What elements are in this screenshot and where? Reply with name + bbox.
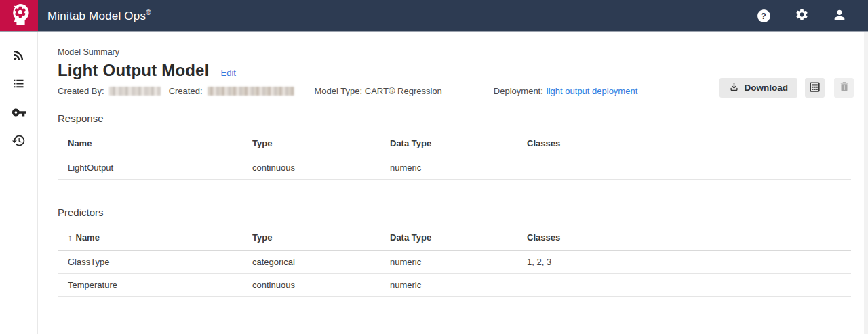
- delete-model-button[interactable]: [834, 78, 854, 98]
- edit-link[interactable]: Edit: [221, 68, 236, 78]
- created-label: Created:: [169, 86, 203, 96]
- help-icon: ?: [757, 9, 770, 22]
- main-content: Model Summary Light Output Model Edit Cr…: [38, 31, 864, 334]
- head-gear-icon: [7, 1, 31, 30]
- predictor-name-cell: Temperature: [58, 274, 252, 297]
- top-bar: Minitab Model Ops® ?: [0, 0, 868, 31]
- minitab-logo[interactable]: [0, 0, 38, 31]
- history-icon: [12, 133, 26, 150]
- download-icon: [729, 82, 739, 94]
- column-header-classes[interactable]: Classes: [527, 130, 851, 156]
- download-button-label: Download: [745, 83, 789, 93]
- column-header-name-label: Name: [76, 232, 100, 243]
- deployment-label: Deployment:: [494, 86, 543, 96]
- deployment-link[interactable]: light output deployment: [547, 86, 637, 96]
- list-icon: [12, 77, 26, 93]
- help-button[interactable]: ?: [755, 7, 772, 24]
- trash-icon: [838, 81, 850, 95]
- predictor-type-cell: categorical: [252, 251, 390, 274]
- created-by-redacted-value: [109, 87, 161, 96]
- gear-icon: [795, 7, 809, 24]
- registered-mark: ®: [146, 9, 151, 16]
- model-type-value: CART® Regression: [365, 86, 442, 96]
- table-grid-icon: [808, 81, 821, 96]
- response-name-cell: LightOutput: [58, 156, 252, 180]
- model-type-label: Model Type:: [315, 86, 363, 96]
- column-header-classes[interactable]: Classes: [527, 224, 851, 251]
- download-button[interactable]: Download: [719, 78, 798, 98]
- settings-button[interactable]: [793, 7, 810, 24]
- predictors-section: Predictors ↑Name Type Data Type Classes …: [58, 207, 851, 297]
- created: Created:: [169, 86, 294, 96]
- sidebar-item-history[interactable]: [11, 134, 27, 149]
- deployment: Deployment:light output deployment: [494, 86, 637, 96]
- predictor-data-type-cell: numeric: [390, 274, 527, 297]
- response-classes-cell: [527, 156, 851, 180]
- created-by: Created By:: [58, 86, 161, 96]
- predictors-header-row: ↑Name Type Data Type Classes: [58, 224, 851, 251]
- app-title: Minitab Model Ops®: [47, 9, 151, 23]
- predictors-table: ↑Name Type Data Type Classes GlassType c…: [58, 224, 851, 297]
- column-header-name[interactable]: Name: [58, 130, 252, 156]
- response-section: Response Name Type Data Type Classes Lig…: [58, 112, 851, 180]
- column-header-type[interactable]: Type: [252, 224, 390, 251]
- created-redacted-value: [208, 87, 294, 96]
- left-sidebar: [0, 31, 38, 334]
- vertical-scrollbar[interactable]: [864, 31, 868, 334]
- created-by-label: Created By:: [58, 86, 104, 96]
- table-row: LightOutput continuous numeric: [58, 156, 851, 180]
- table-row: Temperature continuous numeric: [58, 274, 851, 297]
- sidebar-item-feed[interactable]: [11, 49, 27, 64]
- topbar-actions: ?: [755, 7, 868, 24]
- title-row: Light Output Model Edit: [58, 61, 851, 80]
- feed-icon: [12, 48, 26, 64]
- column-header-data-type[interactable]: Data Type: [390, 130, 527, 156]
- sidebar-item-models-list[interactable]: [11, 77, 27, 92]
- response-section-title: Response: [58, 112, 851, 124]
- response-data-type-cell: numeric: [390, 156, 527, 180]
- column-header-name-sorted[interactable]: ↑Name: [58, 224, 252, 251]
- results-table-button[interactable]: [805, 78, 825, 98]
- predictor-data-type-cell: numeric: [390, 251, 527, 274]
- predictor-type-cell: continuous: [252, 274, 390, 297]
- column-header-type[interactable]: Type: [252, 130, 390, 156]
- page-title: Light Output Model: [58, 61, 210, 80]
- predictor-name-cell: GlassType: [58, 251, 252, 274]
- table-row: GlassType categorical numeric 1, 2, 3: [58, 251, 851, 274]
- model-type: Model Type: CART® Regression: [315, 86, 442, 96]
- response-table: Name Type Data Type Classes LightOutput …: [58, 130, 851, 180]
- key-icon: [12, 105, 26, 122]
- column-header-data-type[interactable]: Data Type: [390, 224, 527, 251]
- header-actions: Download: [719, 78, 854, 98]
- breadcrumb: Model Summary: [58, 47, 851, 57]
- sort-ascending-icon: ↑: [68, 232, 73, 243]
- sidebar-item-api-keys[interactable]: [11, 106, 27, 121]
- predictors-section-title: Predictors: [58, 207, 851, 218]
- response-type-cell: continuous: [252, 156, 390, 180]
- predictor-classes-cell: [527, 274, 851, 297]
- predictor-classes-cell: 1, 2, 3: [527, 251, 851, 274]
- account-button[interactable]: [831, 7, 848, 24]
- response-header-row: Name Type Data Type Classes: [58, 130, 851, 156]
- person-icon: [832, 7, 847, 24]
